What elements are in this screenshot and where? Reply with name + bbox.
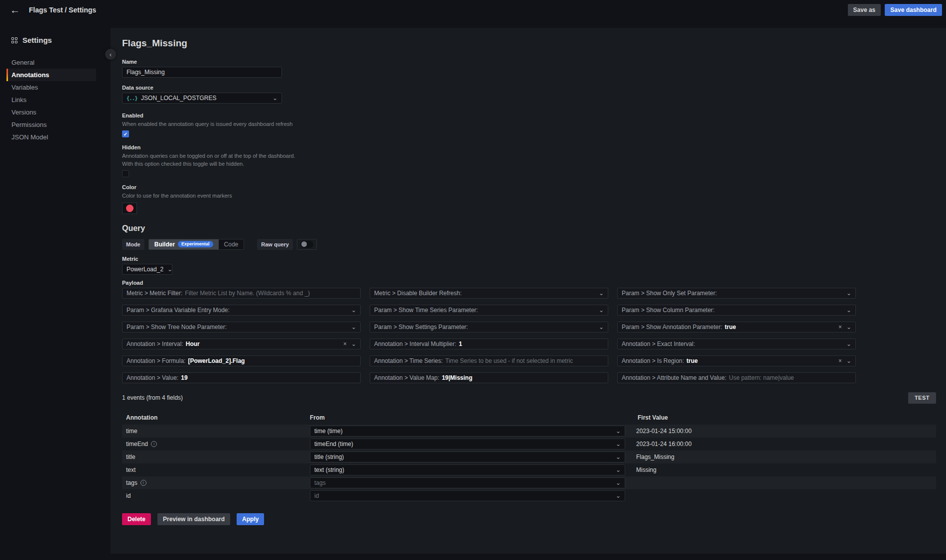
top-bar: ← Flags Test / Settings Save as Save das…	[0, 0, 946, 20]
payload-field-formula[interactable]: Annotation > Formula: [PowerLoad_2].Flag	[122, 355, 361, 366]
mode-code-option[interactable]: Code	[219, 239, 244, 249]
chevron-down-icon: ⌄	[351, 341, 356, 346]
annotation-label: time	[126, 428, 137, 435]
enabled-description: When enabled the annotation query is iss…	[122, 120, 307, 128]
annotation-label: text	[126, 466, 135, 473]
experimental-badge: Experimental	[178, 241, 213, 247]
chevron-left-icon[interactable]: ‹	[105, 49, 116, 60]
field-placeholder: Time Series to be used - if not selected…	[445, 357, 573, 364]
payload-field-attribute-name-and-value[interactable]: Annotation > Attribute Name and Value: U…	[617, 372, 856, 383]
from-placeholder: tags	[314, 479, 326, 486]
clear-icon[interactable]: ×	[838, 324, 842, 331]
payload-field-interval[interactable]: Annotation > Interval: Hour × ⌄	[122, 338, 361, 349]
column-header-annotation: Annotation	[122, 414, 310, 421]
sidebar-item-versions[interactable]: Versions	[6, 106, 111, 118]
field-label: Annotation > Value:	[127, 374, 178, 381]
sidebar-item-general[interactable]: General	[6, 56, 111, 69]
chevron-down-icon: ⌄	[599, 308, 604, 313]
sidebar-item-json-model[interactable]: JSON Model	[6, 131, 111, 143]
payload-field-show-settings-parameter[interactable]: Param > Show Settings Parameter: ⌄	[370, 322, 608, 333]
field-label: Param > Show Annotation Parameter:	[622, 324, 722, 331]
field-label: Annotation > Interval:	[127, 340, 183, 347]
payload-field-show-column-parameter[interactable]: Param > Show Column Parameter: ⌄	[617, 305, 856, 316]
settings-sidebar: Settings General Annotations Variables L…	[0, 20, 111, 560]
field-value: true	[725, 324, 736, 331]
annotation-label: title	[126, 453, 135, 460]
sidebar-item-links[interactable]: Links	[6, 94, 111, 106]
field-label: Param > Show Tree Node Parameter:	[127, 324, 227, 331]
metric-label: Metric	[122, 256, 936, 262]
field-value: 1	[459, 340, 462, 347]
chevron-down-icon: ⌄	[599, 291, 604, 296]
payload-field-metric-filter[interactable]: Metric > Metric Filter: Filter Metric Li…	[122, 288, 361, 299]
hidden-label: Hidden	[122, 144, 936, 150]
annotation-color-swatch	[126, 205, 134, 212]
delete-button[interactable]: Delete	[122, 513, 151, 525]
name-label: Name	[122, 59, 936, 65]
field-value: Hour	[186, 340, 200, 347]
field-label: Annotation > Is Region:	[622, 357, 684, 364]
raw-query-toggle[interactable]	[297, 239, 317, 250]
from-select-time[interactable]: time (time) ⌄	[310, 426, 625, 437]
sidebar-item-annotations[interactable]: Annotations	[6, 69, 96, 81]
test-button[interactable]: TEST	[908, 392, 936, 404]
from-value: timeEnd (time)	[314, 441, 353, 448]
payload-field-time-series[interactable]: Annotation > Time Series: Time Series to…	[370, 355, 608, 366]
payload-field-grafana-variable-entry-mode[interactable]: Param > Grafana Variable Entry Mode: ⌄	[122, 305, 361, 316]
color-description: Color to use for the annotation event ma…	[122, 192, 307, 200]
payload-field-interval-multiplier[interactable]: Annotation > Interval Multiplier: 1	[370, 338, 608, 349]
raw-query-label: Raw query	[257, 239, 293, 250]
save-as-button[interactable]: Save as	[848, 4, 881, 16]
payload-field-disable-builder-refresh[interactable]: Metric > Disable Builder Refresh: ⌄	[370, 288, 608, 299]
preview-in-dashboard-button[interactable]: Preview in dashboard	[157, 513, 230, 525]
from-select-id[interactable]: id ⌄	[310, 490, 625, 501]
json-datasource-icon: {..}	[127, 96, 137, 101]
from-select-tags[interactable]: tags ⌄	[310, 477, 625, 488]
chevron-down-icon: ⌄	[351, 325, 356, 330]
payload-field-value[interactable]: Annotation > Value: 19	[122, 372, 361, 383]
enabled-checkbox[interactable]: ✓	[122, 130, 129, 137]
toggle-knob	[301, 241, 307, 247]
field-label: Annotation > Interval Multiplier:	[374, 340, 456, 347]
field-label: Param > Show Only Set Parameter:	[622, 290, 717, 297]
payload-field-value-map[interactable]: Annotation > Value Map: 19|Missing	[370, 372, 608, 383]
clear-icon[interactable]: ×	[343, 340, 347, 347]
chevron-down-icon: ⌄	[846, 308, 851, 313]
field-label: Param > Show Settings Parameter:	[374, 324, 468, 331]
datasource-select[interactable]: {..} JSON_LOCAL_POSTGRES ⌄	[122, 93, 282, 104]
clear-icon[interactable]: ×	[838, 357, 842, 364]
from-select-timeend[interactable]: timeEnd (time) ⌄	[310, 439, 625, 449]
events-summary: 1 events (from 4 fields)	[122, 394, 183, 401]
sidebar-item-variables[interactable]: Variables	[6, 81, 111, 94]
payload-field-show-only-set-parameter[interactable]: Param > Show Only Set Parameter: ⌄	[617, 288, 856, 299]
from-select-title[interactable]: title (string) ⌄	[310, 451, 625, 462]
column-header-from: From	[310, 414, 634, 421]
chevron-down-icon: ⌄	[846, 341, 851, 346]
table-row-tags: tags i tags ⌄	[122, 476, 936, 489]
chevron-down-icon: ⌄	[846, 291, 851, 296]
hidden-checkbox[interactable]	[122, 170, 129, 177]
color-picker[interactable]	[122, 203, 137, 214]
metric-select[interactable]: PowerLoad_2 ⌄	[122, 264, 172, 275]
save-dashboard-button[interactable]: Save dashboard	[885, 4, 942, 16]
column-header-first-value: First Value	[634, 414, 936, 421]
payload-field-exact-interval[interactable]: Annotation > Exact Interval: ⌄	[617, 338, 856, 349]
payload-field-show-annotation-parameter[interactable]: Param > Show Annotation Parameter: true …	[617, 322, 856, 333]
name-input[interactable]	[122, 67, 282, 78]
chevron-down-icon: ⌄	[616, 480, 621, 485]
apply-button[interactable]: Apply	[237, 513, 264, 525]
payload-field-show-tree-node-parameter[interactable]: Param > Show Tree Node Parameter: ⌄	[122, 322, 361, 333]
chevron-down-icon: ⌄	[616, 493, 621, 498]
field-label: Param > Grafana Variable Entry Mode:	[127, 307, 230, 314]
field-label: Annotation > Exact Interval:	[622, 340, 695, 347]
enabled-label: Enabled	[122, 112, 936, 118]
payload-field-show-time-series-parameter[interactable]: Param > Show Time Series Parameter: ⌄	[370, 305, 608, 316]
annotation-label: id	[126, 492, 131, 499]
from-select-text[interactable]: text (string) ⌄	[310, 464, 625, 475]
mode-builder-option[interactable]: Builder Experimental	[149, 239, 219, 249]
back-arrow-icon[interactable]: ←	[7, 2, 23, 18]
first-value: 2023-01-24 15:00:00	[634, 428, 936, 435]
breadcrumb[interactable]: Flags Test / Settings	[29, 6, 96, 14]
payload-field-is-region[interactable]: Annotation > Is Region: true × ⌄	[617, 355, 856, 366]
sidebar-item-permissions[interactable]: Permissions	[6, 118, 111, 131]
